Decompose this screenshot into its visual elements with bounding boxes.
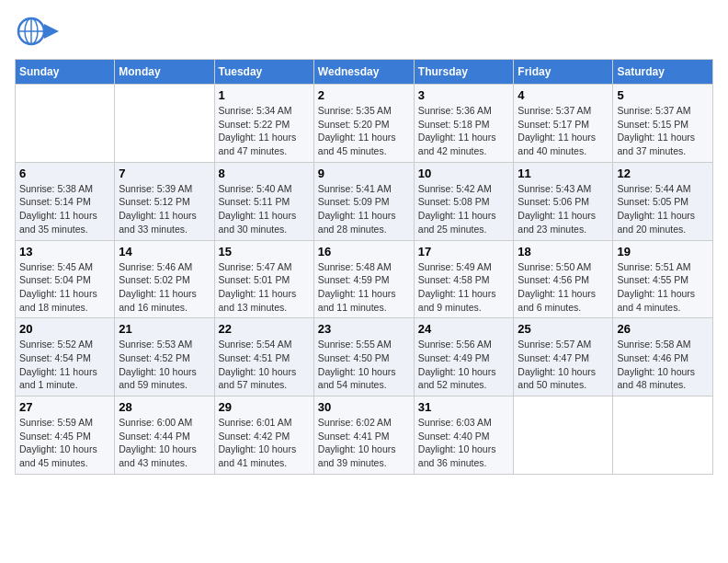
cal-cell: 2Sunrise: 5:35 AM Sunset: 5:20 PM Daylig… bbox=[313, 85, 414, 163]
cal-cell: 10Sunrise: 5:42 AM Sunset: 5:08 PM Dayli… bbox=[414, 162, 514, 240]
cal-cell: 11Sunrise: 5:43 AM Sunset: 5:06 PM Dayli… bbox=[514, 162, 613, 240]
day-info: Sunrise: 5:52 AM Sunset: 4:54 PM Dayligh… bbox=[19, 338, 110, 392]
day-info: Sunrise: 5:48 AM Sunset: 4:59 PM Dayligh… bbox=[318, 260, 410, 315]
day-number: 23 bbox=[318, 322, 410, 336]
cal-cell: 30Sunrise: 6:02 AM Sunset: 4:41 PM Dayli… bbox=[313, 396, 414, 475]
day-number: 31 bbox=[418, 400, 510, 414]
day-number: 26 bbox=[617, 322, 709, 336]
day-info: Sunrise: 5:57 AM Sunset: 4:47 PM Dayligh… bbox=[518, 338, 609, 392]
day-info: Sunrise: 5:40 AM Sunset: 5:11 PM Dayligh… bbox=[219, 182, 310, 236]
day-info: Sunrise: 5:54 AM Sunset: 4:51 PM Dayligh… bbox=[219, 338, 310, 392]
day-number: 24 bbox=[418, 322, 510, 336]
day-info: Sunrise: 5:43 AM Sunset: 5:06 PM Dayligh… bbox=[518, 182, 609, 236]
col-header-monday: Monday bbox=[115, 60, 214, 85]
col-header-saturday: Saturday bbox=[613, 60, 713, 85]
calendar-table: SundayMondayTuesdayWednesdayThursdayFrid… bbox=[15, 59, 713, 475]
col-header-sunday: Sunday bbox=[16, 60, 115, 85]
cal-cell: 16Sunrise: 5:48 AM Sunset: 4:59 PM Dayli… bbox=[313, 240, 414, 318]
day-number: 28 bbox=[119, 400, 210, 414]
cal-cell: 13Sunrise: 5:45 AM Sunset: 5:04 PM Dayli… bbox=[16, 240, 115, 318]
day-number: 11 bbox=[518, 167, 609, 180]
cal-cell: 23Sunrise: 5:55 AM Sunset: 4:50 PM Dayli… bbox=[313, 318, 414, 396]
cal-cell: 17Sunrise: 5:49 AM Sunset: 4:58 PM Dayli… bbox=[414, 240, 514, 318]
day-number: 20 bbox=[19, 322, 110, 336]
day-number: 7 bbox=[119, 167, 210, 180]
day-number: 6 bbox=[19, 167, 110, 180]
day-number: 17 bbox=[418, 245, 510, 259]
svg-marker-4 bbox=[44, 24, 59, 39]
day-info: Sunrise: 5:47 AM Sunset: 5:01 PM Dayligh… bbox=[219, 260, 310, 315]
cal-cell: 26Sunrise: 5:58 AM Sunset: 4:46 PM Dayli… bbox=[613, 318, 713, 396]
day-number: 3 bbox=[418, 88, 510, 102]
cal-cell: 1Sunrise: 5:34 AM Sunset: 5:22 PM Daylig… bbox=[214, 85, 313, 163]
day-info: Sunrise: 5:39 AM Sunset: 5:12 PM Dayligh… bbox=[119, 182, 210, 236]
day-info: Sunrise: 5:38 AM Sunset: 5:14 PM Dayligh… bbox=[19, 182, 110, 236]
day-number: 19 bbox=[617, 245, 709, 259]
day-info: Sunrise: 5:37 AM Sunset: 5:15 PM Dayligh… bbox=[617, 104, 709, 158]
day-number: 12 bbox=[617, 167, 709, 180]
day-info: Sunrise: 6:00 AM Sunset: 4:44 PM Dayligh… bbox=[119, 416, 210, 470]
day-number: 10 bbox=[418, 167, 510, 180]
cal-cell: 9Sunrise: 5:41 AM Sunset: 5:09 PM Daylig… bbox=[313, 162, 414, 240]
day-number: 15 bbox=[219, 245, 310, 259]
day-info: Sunrise: 5:37 AM Sunset: 5:17 PM Dayligh… bbox=[518, 104, 609, 158]
day-info: Sunrise: 5:53 AM Sunset: 4:52 PM Dayligh… bbox=[119, 338, 210, 392]
day-info: Sunrise: 6:02 AM Sunset: 4:41 PM Dayligh… bbox=[318, 416, 410, 470]
day-info: Sunrise: 5:36 AM Sunset: 5:18 PM Dayligh… bbox=[418, 104, 510, 158]
day-number: 5 bbox=[617, 88, 709, 102]
day-info: Sunrise: 5:35 AM Sunset: 5:20 PM Dayligh… bbox=[318, 104, 410, 158]
day-info: Sunrise: 5:55 AM Sunset: 4:50 PM Dayligh… bbox=[318, 338, 410, 392]
col-header-friday: Friday bbox=[514, 60, 613, 85]
day-number: 9 bbox=[318, 167, 410, 180]
cal-cell: 22Sunrise: 5:54 AM Sunset: 4:51 PM Dayli… bbox=[214, 318, 313, 396]
day-number: 22 bbox=[219, 322, 310, 336]
day-number: 8 bbox=[219, 167, 310, 180]
day-info: Sunrise: 6:03 AM Sunset: 4:40 PM Dayligh… bbox=[418, 416, 510, 470]
cal-cell bbox=[613, 396, 713, 475]
day-number: 21 bbox=[119, 322, 210, 336]
cal-cell: 24Sunrise: 5:56 AM Sunset: 4:49 PM Dayli… bbox=[414, 318, 514, 396]
cal-cell: 15Sunrise: 5:47 AM Sunset: 5:01 PM Dayli… bbox=[214, 240, 313, 318]
cal-cell: 29Sunrise: 6:01 AM Sunset: 4:42 PM Dayli… bbox=[214, 396, 313, 475]
cal-cell bbox=[115, 85, 214, 163]
cal-cell: 14Sunrise: 5:46 AM Sunset: 5:02 PM Dayli… bbox=[115, 240, 214, 318]
day-number: 13 bbox=[19, 245, 110, 259]
cal-cell: 5Sunrise: 5:37 AM Sunset: 5:15 PM Daylig… bbox=[613, 85, 713, 163]
day-info: Sunrise: 5:34 AM Sunset: 5:22 PM Dayligh… bbox=[219, 104, 310, 158]
day-info: Sunrise: 5:45 AM Sunset: 5:04 PM Dayligh… bbox=[19, 260, 110, 315]
cal-cell bbox=[514, 396, 613, 475]
cal-cell: 27Sunrise: 5:59 AM Sunset: 4:45 PM Dayli… bbox=[16, 396, 115, 475]
cal-cell bbox=[16, 85, 115, 163]
cal-cell: 4Sunrise: 5:37 AM Sunset: 5:17 PM Daylig… bbox=[514, 85, 613, 163]
day-number: 1 bbox=[219, 88, 310, 102]
cal-cell: 20Sunrise: 5:52 AM Sunset: 4:54 PM Dayli… bbox=[16, 318, 115, 396]
day-number: 30 bbox=[318, 400, 410, 414]
day-number: 29 bbox=[219, 400, 310, 414]
day-info: Sunrise: 5:46 AM Sunset: 5:02 PM Dayligh… bbox=[119, 260, 210, 315]
cal-cell: 18Sunrise: 5:50 AM Sunset: 4:56 PM Dayli… bbox=[514, 240, 613, 318]
page-header bbox=[15, 15, 713, 48]
day-info: Sunrise: 5:44 AM Sunset: 5:05 PM Dayligh… bbox=[617, 182, 709, 236]
col-header-thursday: Thursday bbox=[414, 60, 514, 85]
day-number: 4 bbox=[518, 88, 609, 102]
cal-cell: 28Sunrise: 6:00 AM Sunset: 4:44 PM Dayli… bbox=[115, 396, 214, 475]
col-header-wednesday: Wednesday bbox=[313, 60, 414, 85]
day-number: 27 bbox=[19, 400, 110, 414]
col-header-tuesday: Tuesday bbox=[214, 60, 313, 85]
cal-cell: 12Sunrise: 5:44 AM Sunset: 5:05 PM Dayli… bbox=[613, 162, 713, 240]
day-info: Sunrise: 5:49 AM Sunset: 4:58 PM Dayligh… bbox=[418, 260, 510, 315]
cal-cell: 6Sunrise: 5:38 AM Sunset: 5:14 PM Daylig… bbox=[16, 162, 115, 240]
day-info: Sunrise: 5:50 AM Sunset: 4:56 PM Dayligh… bbox=[518, 260, 609, 315]
cal-cell: 31Sunrise: 6:03 AM Sunset: 4:40 PM Dayli… bbox=[414, 396, 514, 475]
day-info: Sunrise: 5:51 AM Sunset: 4:55 PM Dayligh… bbox=[617, 260, 709, 315]
cal-cell: 19Sunrise: 5:51 AM Sunset: 4:55 PM Dayli… bbox=[613, 240, 713, 318]
cal-cell: 21Sunrise: 5:53 AM Sunset: 4:52 PM Dayli… bbox=[115, 318, 214, 396]
day-info: Sunrise: 5:41 AM Sunset: 5:09 PM Dayligh… bbox=[318, 182, 410, 236]
cal-cell: 3Sunrise: 5:36 AM Sunset: 5:18 PM Daylig… bbox=[414, 85, 514, 163]
day-number: 25 bbox=[518, 322, 609, 336]
day-info: Sunrise: 5:42 AM Sunset: 5:08 PM Dayligh… bbox=[418, 182, 510, 236]
day-info: Sunrise: 5:58 AM Sunset: 4:46 PM Dayligh… bbox=[617, 338, 709, 392]
day-number: 2 bbox=[318, 88, 410, 102]
day-info: Sunrise: 5:59 AM Sunset: 4:45 PM Dayligh… bbox=[19, 416, 110, 470]
cal-cell: 25Sunrise: 5:57 AM Sunset: 4:47 PM Dayli… bbox=[514, 318, 613, 396]
